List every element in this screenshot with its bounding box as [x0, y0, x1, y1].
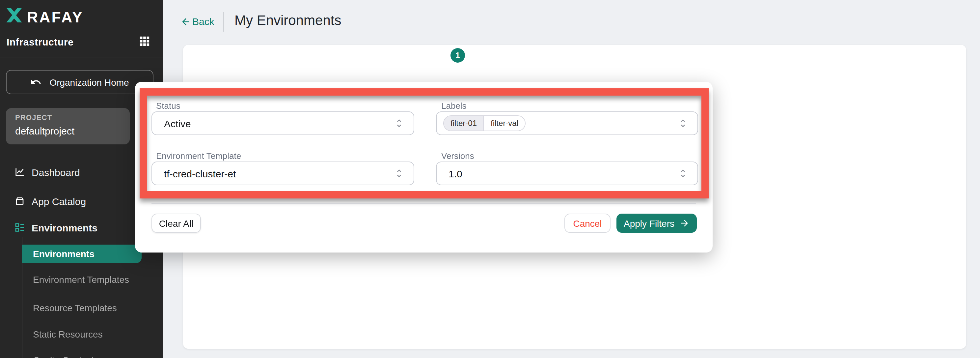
- sidebar-subitem-config-contexts[interactable]: Config Contexts: [33, 355, 99, 358]
- organization-home-label: Organization Home: [49, 77, 129, 87]
- return-arrow-icon: [30, 77, 41, 88]
- apps-grid-icon[interactable]: [139, 35, 150, 47]
- arrow-forward-icon: [680, 218, 690, 228]
- project-name: defaultproject: [15, 125, 75, 136]
- sidebar-subitem-environment-templates[interactable]: Environment Templates: [33, 274, 129, 288]
- header-divider: [223, 12, 224, 32]
- labels-field-label: Labels: [441, 101, 467, 111]
- filter-count-badge: 1: [450, 48, 465, 62]
- sidebar-divider: [0, 57, 163, 58]
- arrow-back-icon: [180, 16, 191, 27]
- environment-template-value: tf-cred-cluster-et: [164, 168, 394, 179]
- cancel-button[interactable]: Cancel: [565, 214, 611, 233]
- unfold-more-icon: [394, 168, 404, 179]
- unfold-more-icon: [394, 118, 404, 129]
- versions-field-label: Versions: [441, 151, 474, 161]
- unfold-more-icon: [678, 118, 688, 129]
- app-root: Filter 1 Sharing PM - PM - PM - 05 v-1 S…: [0, 0, 980, 358]
- dialog-divider: [151, 203, 696, 204]
- versions-value: 1.0: [449, 168, 678, 179]
- sidebar-subitem-static-resources[interactable]: Static Resources: [33, 329, 103, 342]
- clear-all-button[interactable]: Clear All: [151, 214, 201, 233]
- project-label: PROJECT: [15, 113, 52, 121]
- versions-select[interactable]: 1.0: [436, 161, 698, 185]
- app-catalog-box-icon: [14, 196, 25, 206]
- sidebar-item-label: Environments: [32, 222, 97, 233]
- label-chip-key: filter-01: [444, 116, 484, 131]
- back-label: Back: [192, 16, 215, 27]
- apply-filters-button[interactable]: Apply Filters: [616, 214, 697, 233]
- sidebar-subitem-label: Environments: [33, 249, 94, 259]
- project-selector[interactable]: PROJECT defaultproject: [6, 108, 130, 144]
- product-name: Infrastructure: [6, 36, 73, 48]
- dashboard-chart-icon: [14, 167, 25, 177]
- apply-filters-label: Apply Filters: [624, 218, 675, 229]
- environments-list-icon: [14, 222, 25, 233]
- filter-dialog: Status Active Labels filter-01 filter-va…: [135, 82, 713, 253]
- brand-name: RAFAY: [27, 9, 84, 26]
- sidebar-subitem-environments-active[interactable]: Environments: [22, 245, 142, 263]
- environment-template-select[interactable]: tf-cred-cluster-et: [151, 161, 414, 185]
- rafay-logo-icon: [5, 7, 23, 23]
- status-select-value: Active: [164, 118, 394, 129]
- back-button[interactable]: Back: [180, 16, 215, 27]
- sidebar-item-label: App Catalog: [32, 195, 86, 207]
- status-field-label: Status: [156, 101, 180, 111]
- page-title: My Environments: [234, 13, 341, 28]
- unfold-more-icon: [678, 168, 688, 179]
- organization-home-button[interactable]: Organization Home: [6, 70, 153, 94]
- label-chip-value: filter-val: [484, 116, 525, 131]
- sidebar-subitem-resource-templates[interactable]: Resource Templates: [33, 303, 117, 316]
- labels-select[interactable]: filter-01 filter-val: [436, 112, 698, 135]
- template-field-label: Environment Template: [156, 151, 241, 161]
- sidebar-item-label: Dashboard: [32, 166, 80, 178]
- label-chip: filter-01 filter-val: [443, 115, 525, 131]
- status-select[interactable]: Active: [151, 112, 414, 135]
